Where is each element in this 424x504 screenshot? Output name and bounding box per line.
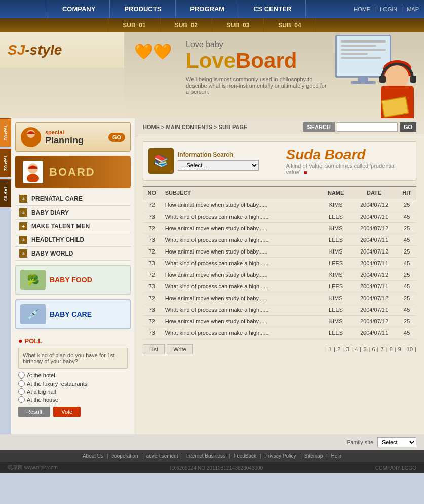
- cell-subject[interactable]: How animal move when study of baby......: [161, 292, 321, 304]
- cell-subject[interactable]: How animal move when study of baby......: [161, 269, 321, 281]
- home-link[interactable]: HOME: [354, 6, 370, 12]
- family-site-select[interactable]: Select: [377, 437, 416, 447]
- subnav-04[interactable]: SUB_04: [264, 18, 316, 32]
- cell-hit: 25: [397, 199, 416, 211]
- table-row[interactable]: 73 What kind of process can make a high.…: [143, 304, 416, 316]
- search-go-button[interactable]: GO: [400, 122, 416, 132]
- tab-02[interactable]: TAP 02: [0, 149, 11, 177]
- nav-products[interactable]: PRODUCTS: [110, 0, 176, 18]
- cell-hit: 45: [397, 327, 416, 339]
- page-10[interactable]: 10: [407, 346, 413, 352]
- page-6[interactable]: 6: [372, 346, 375, 352]
- poll-section: ● POLL What kind of plan do you have for…: [15, 333, 131, 420]
- page-4[interactable]: 4: [355, 346, 358, 352]
- footer-link[interactable]: FeedBack: [234, 453, 256, 459]
- login-link[interactable]: LOGIN: [380, 6, 397, 12]
- planning-go-button[interactable]: GO: [108, 133, 125, 142]
- table-row[interactable]: 72 How animal move when study of baby...…: [143, 199, 416, 211]
- poll-radio-hall[interactable]: [18, 388, 25, 395]
- poll-radio-house[interactable]: [18, 396, 25, 403]
- nav-prenatal-care[interactable]: + PRENATAL CARE: [15, 192, 131, 206]
- page-2[interactable]: 2: [337, 346, 340, 352]
- cell-name: LEES: [321, 211, 351, 223]
- poll-radio-restaurant[interactable]: [18, 380, 25, 387]
- nav-healthy-child[interactable]: + HEADLTHY CHILD: [15, 233, 131, 247]
- tab-01[interactable]: TAP 01: [0, 118, 11, 147]
- footer-link[interactable]: Privacy Policy: [264, 453, 296, 459]
- nav-baby-diary[interactable]: + BABY DIARY: [15, 206, 131, 220]
- nav-company[interactable]: COMPANY: [48, 0, 110, 18]
- top-navigation: COMPANY PRODUCTS PROGRAM CS CENTER HOME …: [0, 0, 424, 18]
- cell-subject[interactable]: How animal move when study of baby......: [161, 199, 321, 211]
- info-search-select[interactable]: -- Select --: [178, 160, 259, 171]
- vote-button[interactable]: Vote: [53, 407, 81, 417]
- table-row[interactable]: 72 How animal move when study of baby...…: [143, 246, 416, 258]
- page-9[interactable]: 9: [398, 346, 401, 352]
- hero-description: Well-being is most commonly used in phil…: [186, 76, 328, 95]
- footer-link[interactable]: advertisement: [146, 453, 178, 459]
- subnav-01[interactable]: SUB_01: [108, 18, 160, 32]
- table-row[interactable]: 73 What kind of process can make a high.…: [143, 234, 416, 246]
- result-button[interactable]: Result: [18, 407, 50, 417]
- info-search-form: Information Search -- Select --: [178, 151, 274, 171]
- svg-point-3: [27, 174, 39, 182]
- table-row[interactable]: 72 How animal move when study of baby...…: [143, 292, 416, 304]
- footer-link[interactable]: Help: [331, 453, 341, 459]
- table-row[interactable]: 72 How animal move when study of baby...…: [143, 223, 416, 234]
- table-row[interactable]: 72 How animal move when study of baby...…: [143, 269, 416, 281]
- info-search-panel: 📚 Information Search -- Select -- Suda B…: [143, 141, 416, 181]
- table-row[interactable]: 73 What kind of process can make a high.…: [143, 281, 416, 292]
- table-row[interactable]: 73 What kind of process can make a high.…: [143, 327, 416, 339]
- search-input[interactable]: [337, 122, 398, 132]
- main-layout: TAP 01 TAP 02 TAP 03: [0, 118, 424, 434]
- table-row[interactable]: 73 What kind of process can make a high.…: [143, 211, 416, 223]
- plus-icon: +: [19, 208, 27, 217]
- nav-baby-world[interactable]: + BABY WORLD: [15, 247, 131, 261]
- baby-care-banner[interactable]: 💉 BABY CARE: [15, 299, 131, 329]
- headphone-right: [410, 76, 416, 83]
- subnav-03[interactable]: SUB_03: [212, 18, 264, 32]
- table-row[interactable]: 72 How animal move when study of baby...…: [143, 316, 416, 327]
- footer-link[interactable]: Sitemap: [304, 453, 323, 459]
- cell-subject[interactable]: What kind of process can make a high....…: [161, 304, 321, 316]
- nav-cs-center[interactable]: CS CENTER: [239, 0, 306, 18]
- poll-radio-hotel[interactable]: [18, 372, 25, 379]
- nav-make-talent[interactable]: + MAKE TALENT MEN: [15, 220, 131, 233]
- nav-program[interactable]: PROGRAM: [176, 0, 239, 18]
- poll-dot: ●: [18, 337, 22, 345]
- cell-subject[interactable]: What kind of process can make a high....…: [161, 211, 321, 223]
- table-row[interactable]: 73 What kind of process can make a high.…: [143, 258, 416, 269]
- page-8[interactable]: 8: [390, 346, 393, 352]
- cell-subject[interactable]: How animal move when study of baby......: [161, 223, 321, 234]
- tab-03[interactable]: TAP 03: [0, 179, 11, 207]
- cell-subject[interactable]: What kind of process can make a high....…: [161, 327, 321, 339]
- board-box[interactable]: BOARD: [15, 156, 131, 188]
- page-7[interactable]: 7: [381, 346, 384, 352]
- search-label: SEARCH: [303, 122, 334, 132]
- cell-no: 73: [143, 258, 161, 269]
- cell-no: 72: [143, 316, 161, 327]
- breadcrumb-bar: HOME > MAIN CONTENTS > SUB PAGE SEARCH G…: [135, 118, 424, 136]
- cell-subject[interactable]: What kind of process can make a high....…: [161, 234, 321, 246]
- baby-food-banner[interactable]: 🥦 BABY FOOD: [15, 265, 131, 295]
- page-5[interactable]: 5: [363, 346, 366, 352]
- list-button[interactable]: List: [143, 344, 165, 354]
- cell-date: 2004/07/12: [351, 223, 398, 234]
- cell-subject[interactable]: How animal move when study of baby......: [161, 316, 321, 327]
- subnav-02[interactable]: SUB_02: [161, 18, 212, 32]
- planning-box[interactable]: special Planning GO: [15, 122, 131, 152]
- cell-name: LEES: [321, 281, 351, 292]
- suda-board-subtitle: A kind of value, sometimes called 'prude…: [286, 163, 411, 175]
- footer-link[interactable]: cooperation: [111, 453, 138, 459]
- footer-link[interactable]: Internet Business: [186, 453, 225, 459]
- footer-link[interactable]: About Us: [83, 453, 103, 459]
- cell-subject[interactable]: How animal move when study of baby......: [161, 246, 321, 258]
- cell-subject[interactable]: What kind of process can make a high....…: [161, 281, 321, 292]
- cell-subject[interactable]: What kind of process can make a high....…: [161, 258, 321, 269]
- page-3[interactable]: 3: [346, 346, 349, 352]
- write-button[interactable]: Write: [167, 344, 192, 354]
- cell-no: 73: [143, 234, 161, 246]
- page-1[interactable]: 1: [329, 346, 332, 352]
- map-link[interactable]: MAP: [407, 6, 419, 12]
- plus-icon: +: [19, 249, 27, 258]
